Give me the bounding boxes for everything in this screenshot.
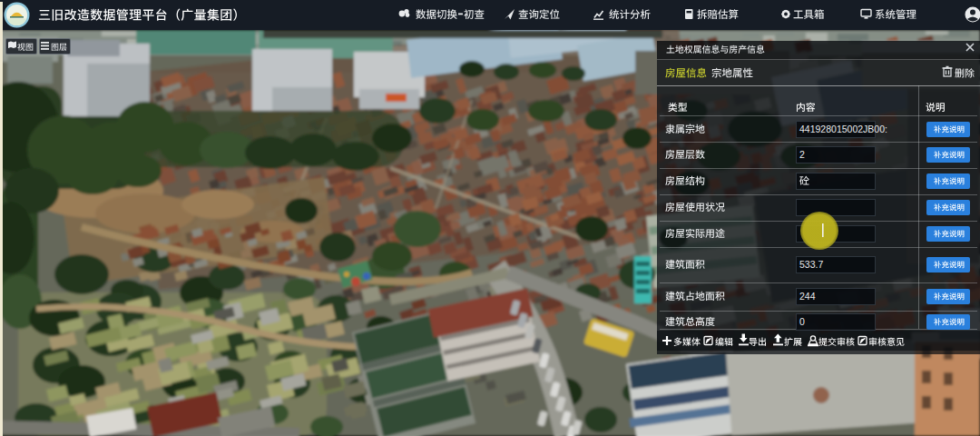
svg-text:244: 244 [799,291,816,302]
svg-text:2: 2 [799,149,805,160]
svg-text:533.7: 533.7 [799,259,823,270]
svg-text:441928015002JB00:: 441928015002JB00: [799,124,887,134]
svg-text:0: 0 [799,316,805,327]
